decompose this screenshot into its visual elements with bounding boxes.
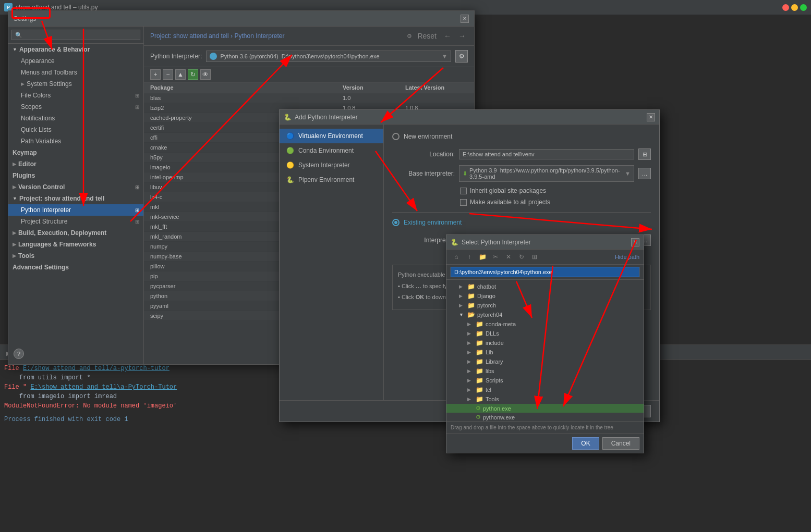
- up-folder-button[interactable]: ↑: [464, 252, 475, 262]
- tree-item-python-exe[interactable]: ⚙ python.exe: [446, 404, 644, 413]
- back-button[interactable]: ←: [442, 31, 453, 41]
- sidebar-item-languages[interactable]: ▶ Languages & Frameworks: [8, 239, 143, 250]
- make-available-checkbox[interactable]: [460, 199, 467, 206]
- system-label: System Interpreter: [298, 162, 350, 169]
- sidebar-item-tools[interactable]: ▶ Tools: [8, 250, 143, 262]
- sidebar-item-keymap[interactable]: Keymap: [8, 147, 143, 158]
- help-button[interactable]: ?: [14, 349, 24, 359]
- sidebar-item-editor[interactable]: ▶ Editor: [8, 158, 143, 170]
- cut-button[interactable]: ✂: [490, 252, 501, 262]
- sidebar-item-build[interactable]: ▶ Build, Execution, Deployment: [8, 227, 143, 239]
- sidebar-icon: ⊞: [135, 93, 139, 98]
- install-button[interactable]: ↻: [188, 69, 198, 80]
- tree-item-library[interactable]: ▶ 📁 Library: [446, 357, 644, 366]
- error-text: ModuleNotFoundError: No module named 'im…: [4, 402, 177, 410]
- sidebar-item-python-interpreter[interactable]: Python Interpreter ⊞: [8, 204, 143, 216]
- table-row[interactable]: blas1.0: [144, 93, 474, 103]
- sidebar-label: Appearance & Behavior: [19, 46, 90, 53]
- virtualenv-environment-item[interactable]: 🔵 Virtualenv Environment: [280, 129, 383, 143]
- tree-item-dlls[interactable]: ▶ 📁 DLLs: [446, 329, 644, 338]
- sidebar-item-scopes[interactable]: Scopes ⊞: [8, 101, 143, 113]
- base-interp-browse-button[interactable]: …: [638, 168, 651, 179]
- location-browse-button[interactable]: ⊞: [638, 149, 651, 160]
- tree-item-pytorch04[interactable]: ▼ 📂 pytorch04: [446, 310, 644, 319]
- reset-button[interactable]: Reset: [415, 31, 439, 41]
- tree-item-pythonw-exe[interactable]: ⚙ pythonw.exe: [446, 413, 644, 421]
- sidebar-item-menus[interactable]: Menus and Toolbars: [8, 67, 143, 78]
- tree-label: python.exe: [483, 405, 511, 412]
- home-button[interactable]: ⌂: [451, 252, 462, 262]
- interpreter-settings-button[interactable]: ⚙: [455, 50, 468, 63]
- settings-sidebar: ▼ Appearance & Behavior Appearance Menus…: [8, 27, 144, 364]
- sidebar-item-notifications[interactable]: Notifications: [8, 113, 143, 124]
- existing-environment-radio[interactable]: [392, 219, 400, 226]
- copy-path-button[interactable]: ⊞: [529, 252, 540, 262]
- select-dialog-ok-button[interactable]: OK: [572, 437, 599, 450]
- delete-button[interactable]: ✕: [503, 252, 514, 262]
- tree-label: Library: [486, 358, 503, 365]
- tree-item-conda-meta[interactable]: ▶ 📁 conda-meta: [446, 319, 644, 329]
- sidebar-item-appearance-behavior[interactable]: ▼ Appearance & Behavior: [8, 44, 143, 55]
- pipenv-environment-item[interactable]: 🐍 Pipenv Environment: [280, 172, 383, 187]
- add-dialog-sidebar: 🔵 Virtualenv Environment 🟢 Conda Environ…: [280, 125, 384, 400]
- tree-item-pytorch[interactable]: ▶ 📁 pytorch: [446, 301, 644, 310]
- interpreter-value: Python 3.6 (pytorch04) D:\python3\envs\p…: [220, 53, 379, 59]
- virtualenv-label: Virtualenv Environment: [298, 132, 363, 140]
- tree-item-tcl[interactable]: ▶ 📁 tcl: [446, 385, 644, 394]
- ide-background: P show attend and tell – utils.py Settin…: [0, 0, 811, 532]
- add-dialog-close-button[interactable]: ✕: [647, 113, 655, 121]
- sidebar-item-appearance[interactable]: Appearance: [8, 55, 143, 67]
- sidebar-item-quicklists[interactable]: Quick Lists: [8, 124, 143, 135]
- path-input[interactable]: [451, 267, 639, 277]
- minimize-btn[interactable]: [791, 4, 798, 11]
- tree-item-include[interactable]: ▶ 📁 include: [446, 338, 644, 348]
- make-available-row: Make available to all projects: [392, 199, 651, 206]
- settings-close-button[interactable]: ✕: [461, 15, 469, 23]
- maximize-btn[interactable]: [800, 4, 807, 11]
- up-button[interactable]: ▲: [175, 69, 186, 80]
- sidebar-item-advanced[interactable]: Advanced Settings: [8, 262, 143, 273]
- search-box: [8, 27, 143, 44]
- tree-item-django[interactable]: ▶ 📁 Django: [446, 291, 644, 301]
- tree-item-scripts[interactable]: ▶ 📁 Scripts: [446, 376, 644, 385]
- sidebar-item-system[interactable]: ▶ System Settings: [8, 78, 143, 90]
- table-header: Package Version Latest Version: [144, 82, 474, 93]
- sidebar-item-project[interactable]: ▼ Project: show attend and tell: [8, 193, 143, 204]
- tree-label: Tools: [486, 396, 499, 402]
- panel-controls: ⚙ Reset ← →: [407, 31, 468, 41]
- select-dialog-close-button[interactable]: ✕: [631, 238, 639, 246]
- sidebar-label: File Colors: [21, 92, 51, 99]
- sidebar-icon: ⊞: [135, 219, 139, 225]
- sidebar-item-project-structure[interactable]: Project Structure ⊞: [8, 216, 143, 227]
- tree-item-libs[interactable]: ▶ 📁 libs: [446, 366, 644, 376]
- sidebar-item-plugins[interactable]: Plugins: [8, 170, 143, 181]
- system-interpreter-item[interactable]: 🟡 System Interpreter: [280, 158, 383, 172]
- refresh-tree-button[interactable]: ↻: [516, 252, 527, 262]
- tree-item-lib[interactable]: ▶ 📁 Lib: [446, 348, 644, 357]
- sidebar-item-vcs[interactable]: ▶ Version Control ⊞: [8, 181, 143, 193]
- location-input[interactable]: [459, 149, 634, 159]
- interpreter-select[interactable]: Python 3.6 (pytorch04) D:\python3\envs\p…: [206, 51, 451, 62]
- tree-item-tools-folder[interactable]: ▶ 📁 Tools: [446, 394, 644, 404]
- tree-label: include: [486, 340, 504, 346]
- base-interpreter-select[interactable]: ⬇ Python 3.9 https://www.python.org/ftp/…: [459, 165, 634, 182]
- eye-button[interactable]: 👁: [200, 69, 211, 80]
- conda-environment-item[interactable]: 🟢 Conda Environment: [280, 143, 383, 158]
- add-package-button[interactable]: +: [150, 69, 161, 80]
- search-input[interactable]: [11, 30, 140, 40]
- tree-item-chatbot[interactable]: ▶ 📁 chatbot: [446, 282, 644, 291]
- ide-title: show attend and tell – utils.py: [16, 4, 98, 11]
- select-toolbar: ⌂ ↑ 📁 ✂ ✕ ↻ ⊞ Hide path: [446, 250, 644, 265]
- new-folder-button[interactable]: 📁: [477, 252, 488, 262]
- close-btn[interactable]: [782, 4, 789, 11]
- sidebar-item-pathvars[interactable]: Path Variables: [8, 135, 143, 147]
- hide-path-button[interactable]: Hide path: [615, 254, 639, 260]
- sidebar-item-filecolors[interactable]: File Colors ⊞: [8, 90, 143, 101]
- select-dialog-cancel-button[interactable]: Cancel: [602, 437, 639, 450]
- expand-arrow: ▶: [13, 184, 16, 190]
- expand-arrow: ▶: [13, 162, 16, 167]
- remove-package-button[interactable]: −: [163, 69, 173, 80]
- inherit-packages-checkbox[interactable]: [460, 188, 467, 194]
- forward-button[interactable]: →: [456, 31, 468, 41]
- new-environment-radio[interactable]: [392, 133, 400, 140]
